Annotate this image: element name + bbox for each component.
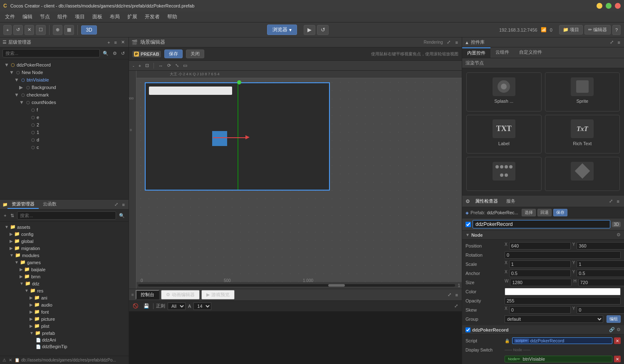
tree-item-newnode[interactable]: ▼ ⬡ New Node	[0, 69, 129, 76]
refresh-icon[interactable]: ↺	[120, 50, 126, 57]
play-button[interactable]: ▶	[304, 25, 315, 35]
tool-add[interactable]: +	[3, 25, 12, 35]
scale-y-input[interactable]	[577, 260, 624, 268]
menu-project[interactable]: 项目	[72, 12, 88, 21]
assets-search-input[interactable]	[17, 211, 116, 220]
console-clear[interactable]: 🚫	[131, 303, 140, 309]
control-lib-menu[interactable]: ≡	[617, 39, 622, 45]
console-expand[interactable]: ⤢	[446, 292, 453, 298]
tab-cloud[interactable]: 云函数	[39, 200, 61, 209]
anchor-y-input[interactable]	[577, 270, 624, 277]
position-y-input[interactable]	[577, 242, 624, 250]
tab-assets[interactable]: 资源管理器	[7, 200, 39, 209]
opacity-input[interactable]	[505, 297, 621, 305]
control-particles[interactable]	[466, 157, 542, 191]
scene-content[interactable]: 0 500 1,000	[136, 78, 462, 289]
assets-menu[interactable]: ≡	[121, 201, 126, 208]
scale-x-input[interactable]	[509, 260, 571, 268]
rect-icon[interactable]: ▭	[182, 62, 188, 69]
asset-item-migration[interactable]: ▶ 📁 migration	[0, 245, 129, 252]
asset-item-prefab[interactable]: ▼ 📁 prefab	[0, 329, 129, 337]
close-button[interactable]	[615, 3, 621, 9]
back-button[interactable]: 回退	[537, 209, 552, 216]
asset-item-ddz[interactable]: ▼ 📁 ddz	[0, 280, 129, 287]
control-sprite[interactable]: Sprite	[545, 72, 620, 111]
script-field[interactable]: script✏ ddzPokerRecord	[512, 337, 612, 344]
tree-item-2[interactable]: ⬡ 2	[0, 121, 129, 129]
script-delete[interactable]: ✕	[614, 337, 621, 344]
inspector-expand[interactable]: ⤢	[608, 198, 614, 204]
menu-dev[interactable]: 开发者	[141, 12, 163, 21]
hierarchy-menu[interactable]: ≡	[113, 39, 118, 45]
zoom-fit-icon[interactable]: ⊡	[144, 62, 150, 69]
display-switch-delete[interactable]: ✕	[614, 356, 621, 362]
scrollbar-thumb[interactable]	[328, 284, 345, 287]
maximize-button[interactable]	[606, 3, 612, 9]
hierarchy-search-input[interactable]	[2, 49, 100, 57]
group-select[interactable]: default	[505, 315, 603, 323]
tree-item-checkmark[interactable]: ▼ ⬡ checkmark	[0, 91, 129, 99]
console-menu[interactable]: ≡	[454, 292, 459, 298]
transform-icon[interactable]: ⟳	[166, 62, 172, 69]
menu-node[interactable]: 节点	[37, 12, 53, 21]
menu-help[interactable]: 帮助	[164, 12, 181, 21]
tab-inspector[interactable]: 属性检查器	[473, 197, 500, 205]
size-select[interactable]: 14	[193, 302, 211, 310]
assets-search-icon[interactable]: 🔍	[118, 213, 126, 219]
prefab-save-button[interactable]: 保存	[164, 50, 183, 58]
node-name-input[interactable]	[473, 220, 610, 228]
ddz-section-header[interactable]: ddzPokerRecord 🔗 ⚙	[462, 325, 624, 334]
menu-edit[interactable]: 编辑	[19, 12, 36, 21]
tool-move[interactable]: ⊕	[53, 25, 62, 35]
tab-console[interactable]: 控制台	[136, 290, 159, 300]
skew-y-input[interactable]	[577, 306, 624, 314]
asset-item-audio[interactable]: ▶ 📁 audio	[0, 301, 129, 308]
minimize-button[interactable]	[597, 3, 602, 9]
filter-select[interactable]: All	[168, 302, 186, 310]
log-icon[interactable]: 📋	[15, 358, 20, 362]
project-button[interactable]: 📁 项目	[559, 25, 583, 35]
tab-service[interactable]: 服务	[504, 197, 518, 205]
filter-icon[interactable]: ⚙	[111, 50, 118, 57]
ddz-section-checkbox[interactable]	[466, 327, 470, 332]
tab-custom[interactable]: 自定义控件	[514, 47, 547, 58]
asset-item-global[interactable]: ▶ 📁 global	[0, 238, 129, 245]
tab-animation[interactable]: ⚙ 动画编辑器	[161, 290, 200, 300]
tree-item-countnodes[interactable]: ▼ ⬡ countNodes	[0, 99, 129, 106]
tool-close[interactable]: ✕	[25, 25, 34, 35]
control-richtext[interactable]: TxT Rich Text	[545, 115, 620, 154]
assets-expand[interactable]: ⤢	[113, 201, 119, 208]
reload-button[interactable]: ↺	[317, 25, 329, 35]
console-fullscreen[interactable]: ⤢	[453, 303, 459, 309]
tool-square[interactable]: ☐	[36, 25, 46, 35]
asset-item-ddzBeginTip[interactable]: 📄 ddzBeginTip	[0, 343, 129, 350]
ddz-link-icon[interactable]: 🔗	[609, 327, 615, 332]
prefab-save-button2[interactable]: 保存	[553, 209, 567, 216]
node-visible-checkbox[interactable]	[466, 222, 471, 227]
control-splash[interactable]: Splash ...	[466, 72, 542, 111]
position-x-input[interactable]	[509, 242, 571, 250]
node-settings-icon[interactable]: ⚙	[617, 232, 621, 238]
asset-item-plist[interactable]: ▶ 📁 plist	[0, 322, 129, 329]
asset-item-picture[interactable]: ▶ 📁 picture	[0, 315, 129, 322]
scene-canvas[interactable]: 大王 小 2 4 K Q J 10 8 7 6 5 4 500 0	[129, 71, 462, 289]
tree-item-e[interactable]: ⬡ e	[0, 114, 129, 121]
asset-item-brnn[interactable]: ▶ 📁 brnn	[0, 273, 129, 280]
tool-refresh[interactable]: ↺	[13, 25, 23, 35]
ddz-settings-icon[interactable]: ⚙	[617, 327, 621, 332]
hierarchy-add[interactable]: +	[106, 39, 111, 45]
asset-item-res[interactable]: ▼ 📁 res	[0, 287, 129, 294]
display-switch-input[interactable]: Node✏ btnVisiable	[505, 356, 612, 362]
control-label[interactable]: TXT Label	[466, 115, 542, 154]
menu-file[interactable]: 文件	[2, 12, 18, 21]
console-save[interactable]: 💾	[142, 303, 151, 309]
scene-expand[interactable]: ⤢	[446, 39, 452, 45]
hierarchy-close[interactable]: ✕	[120, 39, 126, 45]
tool-grid[interactable]: ▦	[64, 25, 74, 35]
tree-item-btnvisiable[interactable]: ▼ ⬡ btnVisiable	[0, 76, 129, 84]
scene-menu[interactable]: ≡	[454, 40, 459, 45]
error-icon[interactable]: ✕	[9, 358, 12, 362]
zoom-out-icon[interactable]: -	[131, 63, 136, 69]
assets-add[interactable]: +	[2, 213, 7, 218]
tool-3d[interactable]: 3D	[81, 25, 97, 35]
